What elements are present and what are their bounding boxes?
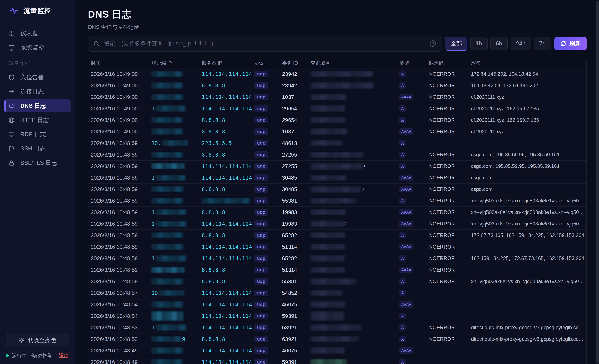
sidebar-item-连接日志[interactable]: 连接日志	[4, 85, 70, 98]
redacted-block	[156, 255, 186, 262]
table-row[interactable]: 2026/3/16 10:48:59udp55381ANOERRORxn--vj…	[88, 195, 586, 207]
cell-query-domain	[308, 232, 397, 239]
table-row[interactable]: 2026/3/16 10:48:598.8.8.8udp65282ANOERRO…	[88, 230, 586, 241]
cell-transaction-id: 30485	[280, 186, 308, 193]
cell-record-type: AAAA	[397, 244, 427, 250]
time-filter-7d[interactable]: 7d	[534, 37, 551, 50]
sidebar-item-入侵告警[interactable]: 入侵告警	[4, 71, 70, 84]
table-row[interactable]: 2026/3/16 10:48:5918.8.8.8udp19983AAAANO…	[88, 207, 586, 218]
sidebar-item-ssh-日志[interactable]: SSH 日志	[4, 142, 70, 155]
cell-transaction-id: 55381	[280, 278, 308, 285]
redacted-block	[151, 336, 181, 342]
redacted-block	[311, 221, 344, 227]
table-row[interactable]: 2026/3/16 10:48:598.8.8.8udp51314AAAANOE…	[88, 264, 586, 276]
sidebar-item-dns-日志[interactable]: DNS 日志	[4, 99, 70, 112]
theme-toggle-button[interactable]: 切换至亮色	[6, 334, 69, 346]
search-icon	[8, 103, 15, 109]
redacted-block	[311, 311, 344, 321]
table-row[interactable]: 2026/3/16 10:48:5398.8.8.8udp63921ANOERR…	[88, 333, 586, 345]
table-row[interactable]: 2026/3/16 10:48:54114.114.114.114udp4607…	[88, 299, 586, 310]
column-header: 响应码	[427, 60, 468, 66]
cell-time: 2026/3/16 10:48:59	[88, 163, 149, 169]
redacted-block	[151, 301, 183, 308]
table-row[interactable]: 2026/3/16 10:48:598.8.8.8udp27255ANOERRO…	[88, 149, 586, 160]
table-row[interactable]: 2026/3/16 10:48:59114.114.114.114udp2725…	[88, 160, 586, 172]
cell-time: 2026/3/16 10:48:59	[88, 221, 149, 227]
cell-client-ip: 1	[149, 324, 199, 331]
sidebar-item-label: SSH 日志	[20, 145, 46, 152]
page-title: DNS 日志	[75, 0, 599, 21]
logout-link[interactable]: 退出	[59, 352, 69, 359]
redacted-block	[151, 186, 183, 192]
table-row[interactable]: 2026/3/16 10:49:001114.114.114.114udp296…	[88, 103, 586, 115]
refresh-button[interactable]: 刷新	[554, 37, 587, 50]
table-row[interactable]: 2026/3/16 10:48:598.8.8.8udp30485uAAAANO…	[88, 184, 586, 195]
cell-query-domain	[308, 82, 397, 89]
time-filter-1h[interactable]: 1h	[470, 37, 488, 50]
redacted-block	[151, 311, 183, 321]
table-row[interactable]: 2026/3/16 10:48:49114.114.114.114udp4607…	[88, 345, 586, 356]
cell-server-ip: 114.114.114.114	[199, 71, 252, 77]
table-row[interactable]: 2026/3/16 10:49:00114.114.114.114udp2394…	[88, 68, 586, 80]
table-row[interactable]: 2026/3/16 10:48:49114.114.114.114udp5939…	[88, 356, 586, 364]
protocol-badge: udp	[254, 359, 268, 364]
time-filter-24h[interactable]: 24h	[511, 37, 531, 50]
cell-client-ip: 10	[149, 290, 199, 296]
cell-answer: 172.67.73.165, 162.159.134.225, 162.159.…	[468, 232, 586, 238]
table-row[interactable]: 2026/3/16 10:48:5710114.114.114.114udp54…	[88, 287, 586, 299]
redacted-block	[156, 324, 186, 331]
cell-client-ip: 9	[149, 336, 199, 342]
help-icon[interactable]	[429, 40, 437, 47]
table-row[interactable]: 2026/3/16 10:48:598.8.8.8udp55381ANOERRO…	[88, 276, 586, 287]
table-row[interactable]: 2026/3/16 10:49:008.8.8.8udp1037AAAANOER…	[88, 126, 586, 137]
table-row[interactable]: 2026/3/16 10:48:591114.114.114.114udp199…	[88, 218, 586, 230]
record-type-badge: A	[399, 140, 406, 146]
cell-client-ip	[149, 82, 199, 89]
cell-query-domain	[308, 311, 397, 321]
cell-query-domain	[308, 336, 397, 342]
table-row[interactable]: 2026/3/16 10:48:531114.114.114.114udp639…	[88, 322, 586, 333]
redacted-block	[151, 163, 185, 169]
cell-client-ip: 1	[149, 209, 199, 215]
page-scrollbar[interactable]	[596, 0, 599, 364]
cell-response-code: NOERROR	[427, 256, 468, 261]
table-row[interactable]: 2026/3/16 10:48:591114.114.114.114udp652…	[88, 253, 586, 264]
protocol-badge: udp	[254, 197, 268, 204]
table-row[interactable]: 2026/3/16 10:49:008.8.8.8udp23942ANOERRO…	[88, 80, 586, 91]
cell-protocol: udp	[252, 266, 280, 273]
sidebar-item-ssl-tls-日志[interactable]: SSL/TLS 日志	[4, 156, 70, 169]
protocol-badge: udp	[254, 117, 268, 124]
cell-transaction-id: 23942	[280, 82, 308, 89]
cell-response-code: NOERROR	[427, 175, 468, 181]
redacted-block	[151, 359, 183, 364]
table-row[interactable]: 2026/3/16 10:48:5910.223.5.5.5udp48613A	[88, 137, 586, 149]
status-row: 运行中 修改密码 退出	[6, 352, 69, 359]
sidebar-item-rdp-日志[interactable]: RDP 日志	[4, 128, 70, 141]
table-row[interactable]: 2026/3/16 10:48:591114.114.114.114udp304…	[88, 172, 586, 184]
sidebar-item-仪表盘[interactable]: 仪表盘	[4, 27, 70, 40]
sidebar-item-系统监控[interactable]: 系统监控	[4, 41, 70, 54]
time-filter-6h[interactable]: 6h	[491, 37, 508, 50]
sidebar-item-http-日志[interactable]: HTTP 日志	[4, 114, 70, 127]
record-type-badge: A	[399, 324, 406, 331]
record-type-badge: AAAA	[399, 221, 413, 227]
cell-client-ip	[149, 278, 199, 284]
table-row[interactable]: 2026/3/16 10:49:00114.114.114.114udp1037…	[88, 91, 586, 103]
record-type-badge: A	[399, 106, 406, 112]
table-row[interactable]: 2026/3/16 10:48:54114.114.114.114udp5939…	[88, 310, 586, 322]
cell-time: 2026/3/16 10:48:59	[88, 278, 149, 285]
record-type-badge: A	[399, 336, 406, 342]
sidebar-item-label: HTTP 日志	[20, 116, 49, 124]
protocol-badge: udp	[254, 347, 268, 354]
page-subtitle: DNS 查询与应答记录	[88, 24, 599, 31]
protocol-badge: udp	[254, 266, 268, 273]
cell-time: 2026/3/16 10:48:59	[88, 175, 149, 181]
search-input[interactable]	[104, 40, 425, 47]
change-password-link[interactable]: 修改密码	[31, 352, 51, 359]
time-filter-全部[interactable]: 全部	[445, 37, 467, 51]
cell-record-type: AAAA	[397, 347, 427, 354]
table-row[interactable]: 2026/3/16 10:49:008.8.8.8udp29654ANOERRO…	[88, 115, 586, 126]
table-row[interactable]: 2026/3/16 10:48:59114.114.114.114udp5131…	[88, 241, 586, 253]
cell-record-type: A	[397, 140, 427, 146]
column-header: 时间	[88, 60, 149, 66]
